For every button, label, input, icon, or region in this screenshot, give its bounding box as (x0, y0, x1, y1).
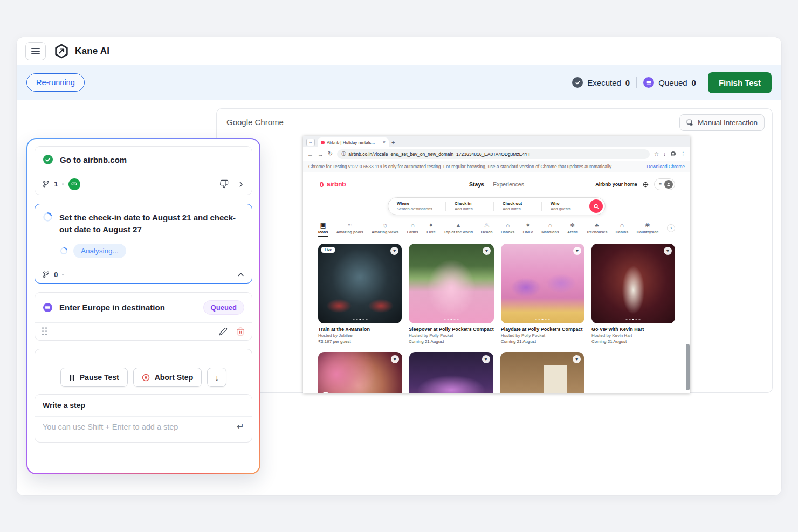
menu-button[interactable] (25, 42, 46, 60)
run-controls: Pause Test Abort Step ↓ (35, 368, 252, 387)
step-success-icon (43, 154, 53, 165)
category-icon: ☼ (382, 222, 388, 229)
airbnb-page: airbnb Stays Experiences Airbnb your hom… (303, 172, 690, 393)
step-card-1[interactable]: Go to airbnb.com 1 (35, 146, 252, 195)
categories-next-icon[interactable]: › (667, 224, 675, 232)
drag-handle-icon[interactable] (42, 327, 47, 336)
scrollbar-thumb[interactable] (686, 344, 690, 390)
category-farms[interactable]: ⌂Farms (407, 222, 418, 236)
airbnb-your-home-link[interactable]: Airbnb your home (595, 182, 637, 187)
wishlist-heart-icon[interactable]: ♥ (573, 355, 581, 363)
thumbs-down-button[interactable] (219, 179, 229, 189)
test-steps-panel: Go to airbnb.com 1 (26, 138, 260, 474)
expand-step-chevron-right-icon[interactable] (237, 181, 245, 188)
category-luxe[interactable]: ✦Luxe (426, 222, 435, 236)
address-bar[interactable]: ⓘ airbnb.co.in/?locale=en&_set_bev_on_ne… (337, 149, 650, 159)
listing-image[interactable]: ♥ (409, 352, 493, 393)
listing-card[interactable]: ♥ Playdate at Polly Pocket's Compact Hos… (501, 244, 584, 344)
step-card-2-active[interactable]: Set the check-in date to August 21 and c… (35, 204, 252, 284)
forward-icon[interactable]: → (318, 151, 324, 157)
nav-experiences[interactable]: Experiences (493, 181, 524, 188)
category-icon: ♣ (595, 222, 599, 229)
search-checkin[interactable]: Check in Add dates (446, 201, 493, 211)
delete-step-button[interactable] (236, 327, 245, 336)
listing-card[interactable]: ♥ (409, 352, 493, 393)
search-button[interactable] (589, 199, 603, 213)
scroll-down-button[interactable]: ↓ (207, 368, 226, 387)
listing-card[interactable]: ♥ (318, 352, 402, 393)
category-treehouses[interactable]: ♣Treehouses (586, 222, 607, 236)
listing-image[interactable]: ♥ (500, 352, 584, 393)
branch-icon (42, 180, 50, 188)
step-card-4-partial[interactable] (35, 349, 252, 364)
tab-search-chevron-icon[interactable]: ⌄ (306, 139, 315, 146)
download-chrome-link[interactable]: Download Chrome (647, 164, 685, 169)
search-checkout[interactable]: Check out Add dates (494, 201, 541, 211)
back-icon[interactable]: ← (307, 151, 313, 157)
category-amazing-views[interactable]: ☼Amazing views (372, 222, 398, 236)
finish-test-button[interactable]: Finish Test (708, 72, 772, 93)
abort-step-button[interactable]: Abort Step (133, 368, 202, 387)
listing-image[interactable]: ♥ (318, 352, 402, 393)
category-amazing-pools[interactable]: ≈Amazing pools (336, 222, 363, 236)
wishlist-heart-icon[interactable]: ♥ (391, 355, 399, 363)
wishlist-heart-icon[interactable]: ♥ (390, 247, 398, 255)
listing-card[interactable]: ♥ Go VIP with Kevin Hart Hosted by Kevin… (591, 244, 675, 344)
listing-card[interactable]: ♥ (500, 352, 584, 393)
page-scrollbar[interactable] (686, 172, 690, 393)
category-mansions[interactable]: ⌂Mansions (541, 222, 559, 236)
wishlist-heart-icon[interactable]: ♥ (573, 247, 581, 255)
step-input[interactable] (43, 423, 237, 431)
category-beach[interactable]: ♨Beach (481, 222, 492, 236)
category-cabins[interactable]: ⌂Cabins (616, 222, 628, 236)
category-icon: ❀ (645, 222, 650, 229)
airbnb-logo[interactable]: airbnb (318, 181, 346, 188)
carousel-dots (626, 319, 641, 320)
category-arctic[interactable]: ❄Arctic (567, 222, 578, 236)
user-menu-button[interactable]: ≡ (654, 178, 675, 190)
browser-tab[interactable]: Airbnb | Holiday rentals... × (318, 137, 389, 147)
category-omg[interactable]: ✶OMG! (523, 222, 533, 236)
category-countryside[interactable]: ❀Countryside (637, 222, 659, 236)
listing-image[interactable]: ♥ (591, 244, 675, 323)
link-status-icon[interactable] (68, 178, 80, 190)
globe-icon[interactable] (643, 182, 649, 188)
site-info-icon[interactable]: ⓘ (341, 151, 346, 157)
category-hanoks[interactable]: ⌂Hanoks (501, 222, 514, 236)
search-who[interactable]: Who Add guests (542, 201, 589, 211)
manual-interaction-button[interactable]: Manual Interaction (679, 114, 765, 131)
listing-image[interactable]: ♥ (501, 244, 584, 323)
return-key-icon[interactable]: ↵ (237, 421, 244, 432)
search-where[interactable]: Where Search destinations (388, 201, 445, 211)
listing-image[interactable]: Live ♥ (318, 244, 402, 323)
category-icons[interactable]: ▣Icons (318, 222, 328, 237)
abort-record-icon (142, 374, 150, 382)
browser-menu-icon[interactable]: ⋮ (680, 151, 686, 157)
nav-stays[interactable]: Stays (469, 181, 484, 188)
category-icon: ⌂ (620, 222, 624, 229)
listing-image[interactable]: ♥ (409, 244, 494, 323)
live-badge: Live (321, 247, 335, 253)
menu-bars-icon: ≡ (659, 182, 662, 187)
tab-close-icon[interactable]: × (383, 140, 386, 145)
edit-step-button[interactable] (219, 327, 228, 336)
reload-icon[interactable]: ↻ (328, 150, 333, 157)
profile-avatar-icon[interactable] (670, 151, 676, 157)
category-icon: ♨ (484, 222, 490, 229)
download-icon[interactable]: ↓ (663, 151, 666, 157)
wishlist-heart-icon[interactable]: ♥ (664, 247, 672, 255)
carousel-dots (353, 319, 367, 320)
collapse-step-chevron-up-icon[interactable] (237, 271, 245, 279)
listing-card[interactable]: ♥ Sleepover at Polly Pocket's Compact Ho… (409, 244, 494, 344)
step-card-3[interactable]: Enter Europe in destination Queued (35, 292, 252, 341)
pause-icon (69, 374, 75, 381)
listing-card[interactable]: Live ♥ Train at the X-Mansion Hosted by … (318, 244, 402, 344)
new-tab-button[interactable]: + (391, 139, 395, 146)
bookmark-star-icon[interactable]: ☆ (654, 151, 659, 157)
queued-badge: Queued (203, 300, 244, 315)
category-top-of-the-world[interactable]: ▲Top of the world (444, 222, 473, 236)
pause-test-button[interactable]: Pause Test (60, 368, 128, 387)
wishlist-heart-icon[interactable]: ♥ (482, 355, 490, 363)
wishlist-heart-icon[interactable]: ♥ (483, 247, 491, 255)
composer-label: Write a step (35, 395, 252, 417)
